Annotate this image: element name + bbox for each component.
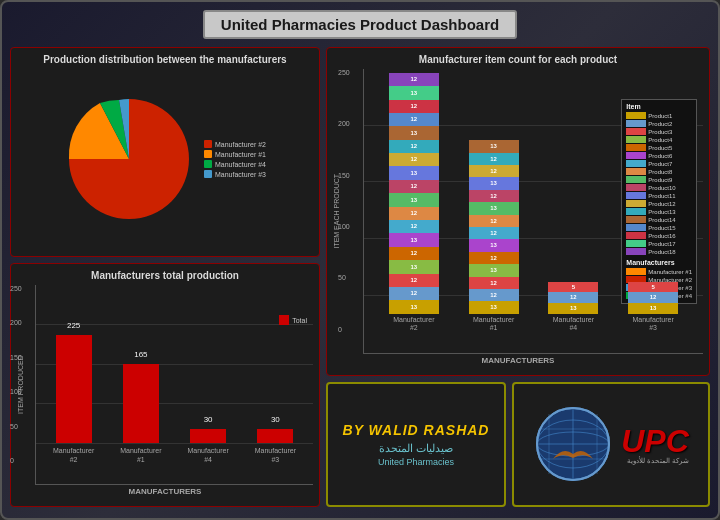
logo-panel: UPC شركة المتحدة للأدوية	[512, 382, 710, 507]
stacked-segment: 12	[469, 289, 519, 301]
bar-chart-inner: 250 200 150 100 50 0	[35, 285, 313, 485]
stacked-segment: 13	[389, 193, 439, 207]
bar-label: Manufacturer#3	[255, 447, 296, 464]
stacked-segment: 12	[548, 292, 598, 303]
credit-arabic: صيدليات المتحدة	[379, 442, 453, 455]
bar-value: 225	[67, 321, 80, 330]
stacked-segment: 5	[628, 282, 678, 292]
stacked-segment: 12	[469, 252, 519, 264]
bar-value: 30	[271, 415, 280, 424]
bar-chart-panel: Manufacturers total production ITEM PROD…	[10, 263, 320, 507]
pie-color-dot	[204, 150, 212, 158]
pie-chart-panel: Production distribution between the manu…	[10, 47, 320, 257]
upc-subtitle: شركة المتحدة للأدوية	[621, 456, 689, 465]
pie-label-text: Manufacturer #2	[215, 141, 266, 148]
stacked-bar-stack: 13 12 5	[628, 282, 678, 314]
bar-item-mfg1: 165 Manufacturer#1	[111, 364, 170, 464]
pie-label-text: Manufacturer #1	[215, 151, 266, 158]
globe-icon	[533, 404, 613, 484]
stacked-segment: 13	[469, 264, 519, 277]
stacked-segment: 13	[389, 233, 439, 247]
stacked-chart-panel: Manufacturer item count for each product…	[326, 47, 710, 376]
y-tick: 200	[338, 120, 350, 127]
stacked-segment: 13	[628, 303, 678, 314]
stacked-chart-title: Manufacturer item count for each product	[333, 54, 703, 65]
stacked-segment: 12	[389, 113, 439, 126]
stacked-segment: 12	[469, 165, 519, 177]
y-tick: 250	[10, 285, 22, 292]
stacked-segment: 5	[548, 282, 598, 292]
bar-chart-title: Manufacturers total production	[17, 270, 313, 281]
stacked-bar-stack: 13 12 12 13 12 13 12 12 13 12	[389, 71, 439, 314]
pie-color-dot	[204, 160, 212, 168]
bar-value: 165	[134, 350, 147, 359]
y-tick: 150	[10, 354, 22, 361]
title-bar: United Pharmacies Product Dashboard	[10, 10, 710, 39]
credit-name: BY WALID RASHAD	[343, 422, 490, 438]
main-content: Production distribution between the manu…	[10, 47, 710, 507]
dashboard: United Pharmacies Product Dashboard Prod…	[0, 0, 720, 520]
stacked-bar-mfg1: 13 12 12 13 12 13 12 12 13 12	[459, 136, 529, 333]
stacked-segment: 13	[389, 86, 439, 100]
pie-chart-title: Production distribution between the manu…	[17, 54, 313, 65]
pie-legend: Manufacturer #2 Manufacturer #1 Manufact…	[204, 140, 266, 178]
credit-panel: BY WALID RASHAD صيدليات المتحدة United P…	[326, 382, 506, 507]
stacked-segment: 12	[389, 247, 439, 260]
stacked-bar-stack: 13 12 5	[548, 282, 598, 314]
stacked-bar-label: Manufacturer#1	[473, 316, 514, 333]
bar-label: Manufacturer#1	[120, 447, 161, 464]
stacked-segment: 13	[469, 301, 519, 314]
stacked-segment: 13	[389, 126, 439, 140]
stacked-x-axis-label: MANUFACTURERS	[333, 356, 703, 365]
stacked-segment: 13	[469, 239, 519, 252]
y-tick: 50	[10, 423, 22, 430]
bar-chart-area: ITEM PRODUCED 250 200	[17, 285, 313, 485]
stacked-bar-label: Manufacturer#3	[632, 316, 673, 333]
pie-label-text: Manufacturer #3	[215, 171, 266, 178]
stacked-segment: 13	[389, 166, 439, 180]
y-tick: 200	[10, 319, 22, 326]
stacked-segment: 13	[469, 177, 519, 190]
stacked-bar-stack: 13 12 12 13 12 13 12 12 13 12	[469, 136, 519, 314]
upc-logo: UPC شركة المتحدة للأدوية	[533, 404, 689, 484]
upc-text-group: UPC شركة المتحدة للأدوية	[621, 423, 689, 465]
left-column: Production distribution between the manu…	[10, 47, 320, 507]
stacked-bar-mfg2: 13 12 12 13 12 13 12 12 13 12	[379, 71, 449, 333]
bar-item-mfg3: 30 Manufacturer#3	[246, 429, 305, 464]
stacked-segment: 12	[389, 140, 439, 153]
stacked-segment: 13	[469, 202, 519, 215]
pie-container: Manufacturer #2 Manufacturer #1 Manufact…	[17, 69, 313, 249]
y-tick: 250	[338, 69, 350, 76]
stacked-segment: 12	[389, 153, 439, 166]
y-tick: 50	[338, 274, 350, 281]
stacked-segment: 12	[389, 100, 439, 113]
stacked-bars-container: 250 200 150 100 50 0 13	[363, 69, 703, 354]
dashboard-title: United Pharmacies Product Dashboard	[203, 10, 517, 39]
credit-english: United Pharmacies	[378, 457, 454, 467]
stacked-chart-area: ITEM EACH PRODUCT 250 200	[333, 69, 703, 354]
stacked-y-ticks: 250 200 150 100 50 0	[338, 69, 350, 333]
y-tick: 0	[338, 326, 350, 333]
bar-rect: 165	[123, 364, 159, 443]
stacked-bar-label: Manufacturer#2	[393, 316, 434, 333]
stacked-segment: 12	[469, 215, 519, 227]
pie-label-text: Manufacturer #4	[215, 161, 266, 168]
stacked-segment: 13	[389, 300, 439, 314]
bar-rect: 30	[190, 429, 226, 443]
stacked-segment: 12	[469, 190, 519, 202]
stacked-segment: 12	[469, 277, 519, 289]
pie-color-dot	[204, 140, 212, 148]
pie-color-dot	[204, 170, 212, 178]
bar-x-axis-label: MANUFACTURERS	[17, 487, 313, 496]
y-tick: 150	[338, 172, 350, 179]
pie-legend-item-2: Manufacturer #2	[204, 140, 266, 148]
pie-chart-svg	[64, 94, 194, 224]
upc-text: UPC	[621, 423, 689, 460]
stacked-segment: 12	[389, 180, 439, 193]
stacked-bar-mfg3: 13 12 5 Manufacturer#3	[618, 282, 688, 333]
pie-legend-item-4: Manufacturer #4	[204, 160, 266, 168]
bar-y-ticks: 250 200 150 100 50 0	[10, 285, 22, 464]
stacked-segment: 12	[389, 274, 439, 287]
stacked-segment: 12	[389, 220, 439, 233]
stacked-segment: 12	[469, 227, 519, 239]
